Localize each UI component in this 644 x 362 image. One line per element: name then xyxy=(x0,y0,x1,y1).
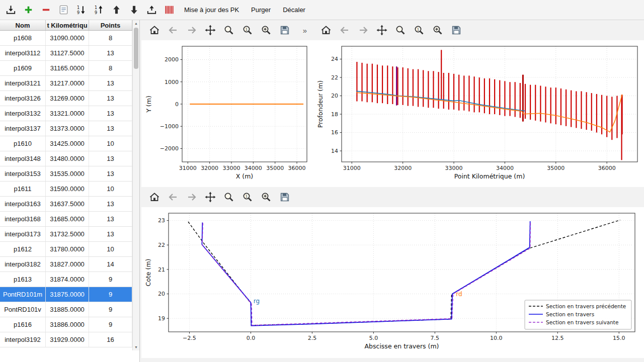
sort-descending-icon: 19 xyxy=(75,4,87,16)
table-row[interactable]: p160931165.00008 xyxy=(0,61,132,76)
svg-text:23: 23 xyxy=(158,217,165,224)
table-row[interactable]: interpol312131217.000013 xyxy=(0,76,132,91)
back-button[interactable] xyxy=(166,23,180,37)
pan-button[interactable] xyxy=(375,23,389,37)
table-row[interactable]: interpol311231127.500013 xyxy=(0,46,132,61)
column-header-points[interactable]: Points xyxy=(89,20,132,30)
back-button[interactable] xyxy=(338,23,352,37)
export-button[interactable] xyxy=(144,2,159,18)
scrollbar-down-arrow-icon[interactable]: ▼ xyxy=(133,344,139,350)
home-button[interactable] xyxy=(147,23,162,37)
zoom-button[interactable] xyxy=(393,23,408,37)
back-button[interactable] xyxy=(166,190,180,204)
pan-button[interactable] xyxy=(203,23,217,37)
table-row[interactable]: p160831090.00008 xyxy=(0,31,132,46)
column-header-nom[interactable]: Nom xyxy=(0,20,46,30)
sections-button[interactable] xyxy=(162,2,177,18)
export-icon xyxy=(146,4,157,16)
svg-text:18: 18 xyxy=(331,111,338,118)
table-body: p160831090.00008interpol311231127.500013… xyxy=(0,31,132,361)
zoom-plus-button[interactable] xyxy=(431,23,445,37)
move-down-button[interactable] xyxy=(126,2,142,18)
forward-button[interactable] xyxy=(185,23,199,37)
import-button[interactable] xyxy=(3,2,19,18)
cell-nom: interpol3182 xyxy=(0,257,46,272)
move-up-button[interactable] xyxy=(109,2,124,18)
sort-ascending-icon: 19 xyxy=(93,4,105,16)
cell-pk: 31637.5000 xyxy=(46,197,89,211)
save-button[interactable] xyxy=(449,23,463,37)
home-button[interactable] xyxy=(319,23,333,37)
zoom-plus-icon xyxy=(260,24,272,36)
table-row[interactable]: PontRD101v31885.00009 xyxy=(0,302,132,317)
pan-icon xyxy=(204,24,216,36)
svg-text:X (m): X (m) xyxy=(235,172,253,180)
table-row[interactable]: interpol316831685.000013 xyxy=(0,212,132,227)
table-row[interactable]: interpol313231321.000013 xyxy=(0,106,132,121)
zoom-button[interactable] xyxy=(222,23,236,37)
sort-ascending-button[interactable]: 19 xyxy=(91,2,107,18)
save-icon xyxy=(279,191,291,203)
forward-button[interactable] xyxy=(185,190,199,204)
table-row[interactable]: interpol315331535.000013 xyxy=(0,166,132,182)
purge-button[interactable]: Purger xyxy=(246,3,276,17)
pan-button[interactable] xyxy=(203,190,217,204)
cell-points: 13 xyxy=(89,46,132,60)
cell-pk: 31732.5000 xyxy=(46,227,89,241)
table-row[interactable]: interpol317331732.500013 xyxy=(0,227,132,242)
zoom-button[interactable] xyxy=(222,190,236,204)
toolbar-overflow-chevron[interactable]: » xyxy=(303,26,307,35)
table-row[interactable]: p161631886.00009 xyxy=(0,317,132,332)
remove-section-button[interactable] xyxy=(38,2,54,18)
home-button[interactable] xyxy=(147,190,162,204)
table-row[interactable]: p161131590.000010 xyxy=(0,182,132,197)
cell-nom: p1613 xyxy=(0,272,46,287)
table-row[interactable]: interpol316331637.500013 xyxy=(0,197,132,212)
cell-points: 16 xyxy=(89,332,132,347)
zoom-one-button[interactable]: 1 xyxy=(412,23,426,37)
zoom-one-button[interactable]: 1 xyxy=(240,23,255,37)
cell-nom: interpol3168 xyxy=(0,212,46,226)
shift-button[interactable]: Décaler xyxy=(278,3,310,17)
cell-pk: 31425.0000 xyxy=(46,136,89,151)
plan-view-chart[interactable]: 310003200033000340003500036000−2000−1000… xyxy=(143,40,312,185)
zoom-icon xyxy=(223,191,235,203)
table-row[interactable]: p161231780.000010 xyxy=(0,242,132,257)
table-row[interactable]: PontRD101m31875.00009 xyxy=(0,287,132,302)
table-row[interactable]: interpol312631269.000013 xyxy=(0,91,132,106)
svg-text:20: 20 xyxy=(331,93,338,99)
table-scrollbar[interactable]: ▲ ▼ xyxy=(132,20,139,350)
plan-nav-toolbar: 1» xyxy=(141,20,313,40)
zoom-one-button[interactable]: 1 xyxy=(240,190,255,204)
table-row[interactable]: interpol319231929.000016 xyxy=(0,332,132,347)
table-row[interactable]: interpol314831480.000013 xyxy=(0,151,132,166)
forward-button[interactable] xyxy=(356,23,370,37)
cross-section-chart[interactable]: rgrd−2.50.02.55.07.510.012.515.019202122… xyxy=(142,207,643,356)
scrollbar-up-arrow-icon[interactable]: ▲ xyxy=(133,20,139,27)
zoom-plus-button[interactable] xyxy=(259,23,273,37)
table-row[interactable]: interpol318231827.000014 xyxy=(0,257,132,272)
edit-section-button[interactable] xyxy=(56,2,71,18)
cell-pk: 31535.0000 xyxy=(46,166,89,181)
svg-text:Section en travers précédente: Section en travers précédente xyxy=(546,303,626,309)
svg-text:Section en travers: Section en travers xyxy=(546,311,594,317)
zoom-plus-button[interactable] xyxy=(259,190,273,204)
table-row[interactable]: p161031425.000010 xyxy=(0,136,132,151)
add-section-button[interactable] xyxy=(21,2,36,18)
cell-nom: PontRD101v xyxy=(0,302,46,317)
svg-text:35000: 35000 xyxy=(266,165,284,171)
scrollbar-thumb[interactable] xyxy=(134,28,138,69)
column-header-pk[interactable]: t Kilométriqu xyxy=(46,20,89,30)
table-row[interactable]: interpol313731373.000013 xyxy=(0,121,132,136)
save-button[interactable] xyxy=(278,23,292,37)
cell-nom: interpol3137 xyxy=(0,121,46,136)
cell-pk: 31321.0000 xyxy=(46,106,89,121)
svg-text:0.0: 0.0 xyxy=(247,335,256,341)
table-row[interactable]: p161331874.00009 xyxy=(0,272,132,287)
svg-text:−2.5: −2.5 xyxy=(183,335,196,341)
sort-descending-button[interactable]: 19 xyxy=(73,2,89,18)
cell-points: 10 xyxy=(89,242,132,256)
profile-chart[interactable]: 3100032000330003400035000360001416182022… xyxy=(314,40,642,185)
update-pk-button[interactable]: Mise à jour des PK xyxy=(179,3,244,17)
save-button[interactable] xyxy=(278,190,292,204)
